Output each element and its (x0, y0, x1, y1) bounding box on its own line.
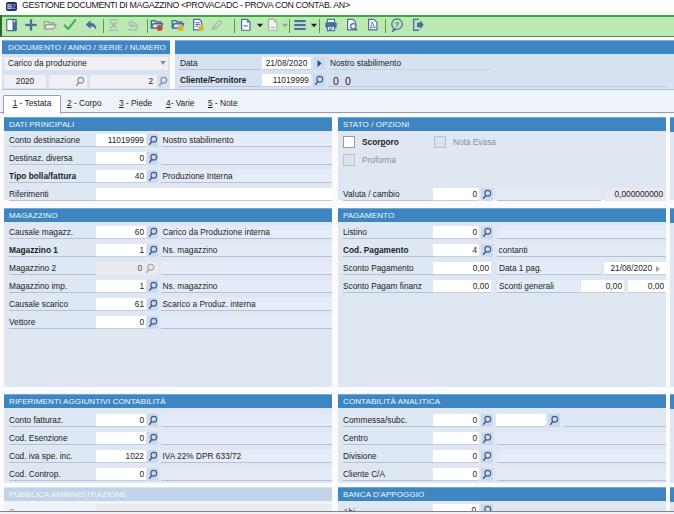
svg-text:?: ? (395, 20, 400, 29)
